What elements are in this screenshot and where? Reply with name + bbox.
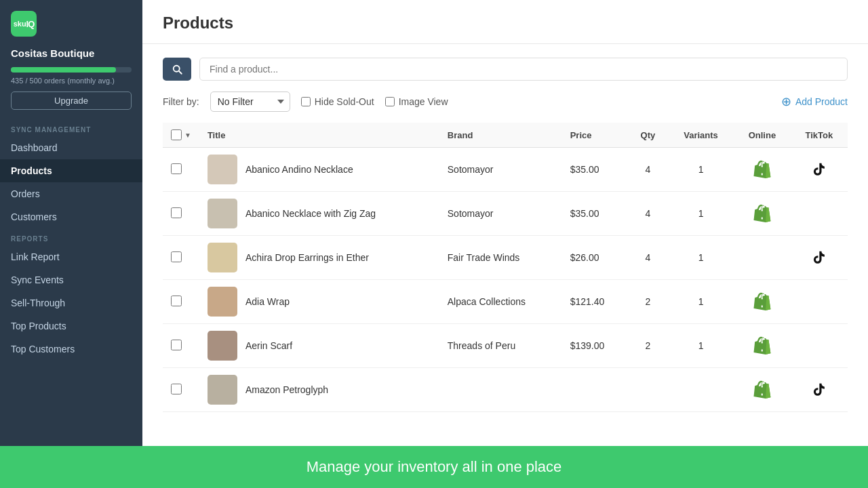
logo-sku: sku	[14, 20, 26, 28]
sidebar-item-orders[interactable]: Orders	[0, 182, 142, 205]
row-checkbox[interactable]	[171, 296, 182, 306]
hide-sold-out-label[interactable]: Hide Sold-Out	[301, 96, 374, 107]
search-button[interactable]	[163, 58, 191, 81]
cell-tiktok	[791, 148, 848, 192]
col-qty: Qty	[628, 123, 668, 148]
shopify-icon-container	[742, 336, 783, 355]
filter-row: Filter by: No Filter In Stock Out of Sto…	[163, 92, 848, 112]
row-checkbox[interactable]	[171, 340, 182, 350]
cell-title: Aerin Scarf	[199, 324, 439, 368]
sync-management-label: Sync Management	[0, 119, 142, 136]
progress-bar-fill	[11, 67, 116, 73]
main-content: Products Filter by: No Filter In Stock O…	[142, 0, 868, 446]
product-thumbnail	[208, 287, 237, 317]
products-table: ▼ Title Brand Price Qty Variants Online …	[163, 123, 848, 412]
add-icon: ⊕	[781, 94, 791, 109]
cell-price: $26.00	[562, 236, 628, 280]
cell-online	[734, 280, 791, 324]
product-title: Aerin Scarf	[245, 340, 292, 351]
svg-rect-3	[762, 218, 763, 220]
svg-rect-0	[762, 165, 763, 167]
cell-variants: 1	[668, 236, 734, 280]
svg-rect-8	[762, 386, 763, 388]
product-thumbnail	[208, 375, 237, 405]
filter-select[interactable]: No Filter In Stock Out of Stock Low Stoc…	[210, 92, 290, 112]
page-title: Products	[163, 14, 848, 33]
col-price: Price	[562, 123, 628, 148]
product-title: Adia Wrap	[245, 296, 290, 307]
tiktok-icon-container	[799, 162, 840, 177]
image-view-label[interactable]: Image View	[385, 96, 448, 107]
select-all-checkbox[interactable]	[171, 129, 182, 140]
table-row: Amazon Petroglyph	[163, 368, 848, 412]
cell-tiktok	[791, 324, 848, 368]
product-title: Amazon Petroglyph	[245, 384, 328, 395]
cell-variants: 1	[668, 324, 734, 368]
col-brand: Brand	[439, 123, 562, 148]
svg-rect-4	[762, 298, 763, 300]
cell-title: Amazon Petroglyph	[199, 368, 439, 412]
filter-label: Filter by:	[163, 96, 199, 107]
search-input[interactable]	[199, 58, 848, 81]
sidebar-item-link-report[interactable]: Link Report	[0, 245, 142, 268]
products-area: Filter by: No Filter In Stock Out of Sto…	[142, 44, 868, 446]
product-title: Abanico Andino Necklace	[245, 164, 353, 175]
col-checkbox: ▼	[163, 123, 199, 148]
cell-qty: 4	[628, 236, 668, 280]
product-title: Abanico Necklace with Zig Zag	[245, 208, 376, 219]
sidebar-item-products[interactable]: Products	[0, 159, 142, 182]
cell-qty: 2	[628, 324, 668, 368]
logo-icon: skuIQ	[11, 11, 37, 37]
table-row: Abanico Necklace with Zig Zag Sotomayor$…	[163, 192, 848, 236]
product-thumbnail	[208, 243, 237, 272]
svg-rect-2	[762, 209, 763, 211]
cell-qty	[628, 368, 668, 412]
chevron-down-icon[interactable]: ▼	[184, 131, 191, 139]
cell-online	[734, 324, 791, 368]
logo-iq: IQ	[26, 19, 35, 29]
image-view-checkbox[interactable]	[385, 97, 395, 106]
cell-qty: 4	[628, 148, 668, 192]
cell-tiktok	[791, 192, 848, 236]
table-row: Abanico Andino Necklace Sotomayor$35.004…	[163, 148, 848, 192]
row-checkbox[interactable]	[171, 207, 182, 218]
shopify-icon-container	[742, 160, 783, 179]
col-variants: Variants	[668, 123, 734, 148]
sidebar-item-dashboard[interactable]: Dashboard	[0, 136, 142, 159]
shopify-icon-container	[742, 380, 783, 399]
product-thumbnail	[208, 331, 237, 361]
shopify-icon-container	[742, 292, 783, 311]
table-row: Aerin Scarf Threads of Peru$139.0021	[163, 324, 848, 368]
cell-brand: Threads of Peru	[439, 324, 562, 368]
cell-price: $121.40	[562, 280, 628, 324]
add-product-button[interactable]: ⊕ Add Product	[781, 94, 848, 109]
svg-rect-9	[762, 394, 763, 396]
sidebar-item-sync-events[interactable]: Sync Events	[0, 268, 142, 291]
row-checkbox[interactable]	[171, 163, 182, 174]
row-checkbox[interactable]	[171, 384, 182, 394]
sidebar-item-customers[interactable]: Customers	[0, 205, 142, 228]
cell-variants: 1	[668, 192, 734, 236]
sidebar: skuIQ Cositas Boutique 435 / 500 orders …	[0, 0, 142, 446]
hide-sold-out-checkbox[interactable]	[301, 97, 311, 106]
search-toolbar	[163, 58, 848, 81]
sidebar-item-sell-through[interactable]: Sell-Through	[0, 291, 142, 314]
reports-label: Reports	[0, 228, 142, 245]
footer-banner: Manage your inventory all in one place	[0, 446, 868, 488]
cell-title: Abanico Andino Necklace	[199, 148, 439, 192]
sidebar-item-top-customers[interactable]: Top Customers	[0, 338, 142, 361]
cell-tiktok	[791, 236, 848, 280]
product-thumbnail	[208, 199, 237, 228]
upgrade-button[interactable]: Upgrade	[11, 92, 132, 110]
table-row: Achira Drop Earrings in Ether Fair Trade…	[163, 236, 848, 280]
cell-price: $35.00	[562, 148, 628, 192]
col-title: Title	[199, 123, 439, 148]
cell-qty: 4	[628, 192, 668, 236]
cell-online	[734, 148, 791, 192]
svg-rect-6	[762, 342, 763, 344]
cell-brand	[439, 368, 562, 412]
sidebar-item-top-products[interactable]: Top Products	[0, 314, 142, 338]
cell-online	[734, 236, 791, 280]
cell-title: Achira Drop Earrings in Ether	[199, 236, 439, 280]
row-checkbox[interactable]	[171, 251, 182, 262]
